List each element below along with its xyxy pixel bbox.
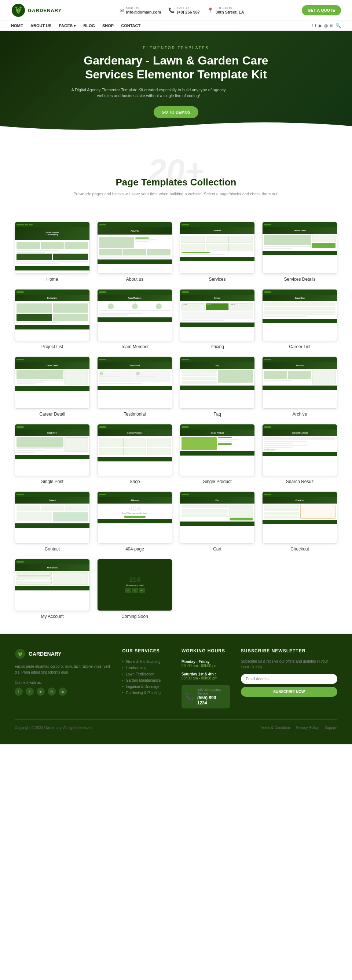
template-checkout: Checkout Checkout [262, 492, 337, 552]
footer-services-list: Stone & Hardscaping Landscaping Lawn Fer… [122, 659, 170, 696]
template-thumb-archive[interactable]: Archives [262, 356, 337, 409]
template-label-about: About us [126, 277, 143, 282]
footer-linkedin-icon[interactable]: in [59, 687, 67, 695]
template-team: Team Members [97, 289, 172, 349]
svg-rect-3 [20, 652, 21, 656]
footer-support-link[interactable]: Support [325, 725, 337, 730]
nav-pages[interactable]: PAGES ▾ [59, 24, 76, 28]
footer-connect-label: Connect with us: [15, 681, 111, 685]
subscribe-button[interactable]: SUBSCRIBE NOW [241, 687, 337, 697]
template-label-cart: Cart [213, 546, 221, 552]
template-thumb-testimonial[interactable]: Testimonial [97, 356, 172, 409]
emergency-icon: 📞 [185, 692, 194, 701]
search-icon[interactable]: 🔍 [336, 23, 341, 28]
demo-button[interactable]: GO TO DEMOS [154, 106, 199, 118]
template-thumb-single-product[interactable]: Single Product [180, 424, 255, 476]
template-thumb-career-detail[interactable]: Career Detail [15, 356, 90, 409]
template-thumb-about[interactable]: About Us [97, 222, 172, 274]
footer-emergency-box: 📞 24/7 Emergency Service (555) 890 1234 [182, 685, 230, 708]
template-label-project-list: Project List [41, 344, 63, 349]
footer-services-title: OUR SERVICES [122, 648, 170, 654]
template-career-detail: Career Detail Career Detail [15, 356, 90, 417]
footer-working-title: WORKING HOURS [182, 648, 230, 654]
footer-subscribe-title: SUBSCRIBE NEWSLETTER [241, 648, 337, 654]
location-contact: 📍 LOCATION 30th Street, LA [207, 6, 244, 14]
footer-twitter-icon[interactable]: t [25, 687, 34, 695]
template-thumb-coming-soon[interactable]: 214 We are coming soon ! 25 18 46 [97, 559, 172, 611]
template-cart: Cart Cart [180, 492, 255, 552]
footer-bottom: Copyright © 2023 Gardenary. All rights r… [15, 719, 337, 730]
template-single-post: Single Post Single Post [15, 424, 90, 484]
template-label-shop: Shop [129, 479, 140, 484]
location-icon: 📍 [207, 7, 213, 13]
facebook-icon[interactable]: f [312, 23, 313, 28]
template-thumb-single-post[interactable]: Single Post [15, 424, 90, 476]
template-thumb-faq[interactable]: Faq [180, 356, 255, 409]
nav-home[interactable]: HOME [11, 24, 23, 28]
template-thumb-my-account[interactable]: My Account [15, 559, 90, 611]
footer-terms-link[interactable]: Terms & Condition [260, 725, 290, 730]
template-label-coming-soon: Coming Soon [121, 614, 148, 619]
template-label-my-account: My Account [41, 614, 64, 619]
template-thumb-contact[interactable]: Contact [15, 492, 90, 544]
footer-logo-text: GARDENARY [29, 651, 62, 657]
youtube-icon[interactable]: ▶ [319, 23, 322, 28]
template-thumb-pricing[interactable]: Pricing $12.50 $20.48 $35.49 [180, 289, 255, 341]
footer-links: Terms & Condition Privacy Policy Support [260, 725, 337, 730]
section-description: Pre-made pages and blocks will save your… [15, 192, 337, 196]
template-thumb-career-list[interactable]: Career List [262, 289, 337, 341]
nav-shop[interactable]: SHOP [102, 24, 114, 28]
template-testimonial: Testimonial [97, 356, 172, 417]
footer-service-6: Gardening & Planting [122, 690, 170, 696]
mail-icon: ✉ [119, 7, 124, 13]
template-faq: Faq Faq [180, 356, 255, 417]
get-quote-button[interactable]: GET A QUOTE [302, 5, 341, 15]
phone-icon: 📞 [168, 7, 175, 13]
nav-contact[interactable]: CONTACT [121, 24, 140, 28]
template-thumb-services-detail[interactable]: Service Detail [262, 222, 337, 274]
logo-text: GARDENARY [28, 8, 62, 13]
template-services: Services Services [180, 222, 255, 282]
instagram-icon[interactable]: ◎ [324, 23, 328, 28]
hero-description: A Digital Agency Elementor Template Kit … [66, 87, 231, 99]
footer-service-3: Lawn Fertilization [122, 671, 170, 677]
template-label-career-list: Career List [289, 344, 311, 349]
template-thumb-cart[interactable]: Cart [180, 492, 255, 544]
template-thumb-checkout[interactable]: Checkout [262, 492, 337, 544]
template-thumb-team[interactable]: Team Members [97, 289, 172, 341]
nav-about[interactable]: ABOUT US [30, 24, 51, 28]
hero-content: ELEMENTOR TEMPLATES Gardenary - Lawn & G… [66, 46, 286, 118]
template-label-services-detail: Services Details [284, 277, 315, 282]
footer-top: GARDENARY Facilis pede eluamod corporo, … [15, 648, 337, 708]
template-grid: Gardening AndLandscaping Home About Us [0, 222, 352, 634]
newsletter-email-input[interactable] [241, 674, 337, 684]
template-404: 404-page 404 Oops! That page can't be fo… [97, 492, 172, 552]
logo[interactable]: GARDENARY [11, 3, 62, 18]
footer-facebook-icon[interactable]: f [15, 687, 23, 695]
template-thumb-home[interactable]: Gardening AndLandscaping [15, 222, 90, 274]
footer-privacy-link[interactable]: Privacy Policy [296, 725, 319, 730]
template-thumb-services[interactable]: Services [180, 222, 255, 274]
nav-links: HOME ABOUT US PAGES ▾ BLOG SHOP CONTACT [11, 24, 140, 28]
template-career-list: Career List Career List [262, 289, 337, 349]
footer-youtube-icon[interactable]: ▶ [37, 687, 45, 695]
template-thumb-search-result[interactable]: Search Results for Search Again ? [262, 424, 337, 476]
template-thumb-shop[interactable]: Archive Products [97, 424, 172, 476]
svg-rect-1 [18, 8, 19, 13]
template-thumb-project-list[interactable]: Project List [15, 289, 90, 341]
footer-instagram-icon[interactable]: ◎ [48, 687, 56, 695]
footer-subscribe-desc: Subscribe us & receive our offers and up… [241, 659, 337, 670]
nav-blog[interactable]: BLOG [83, 24, 95, 28]
footer-service-2: Landscaping [122, 665, 170, 671]
hero-title: Gardenary - Lawn & Garden Care Services … [66, 54, 286, 82]
navbar: HOME ABOUT US PAGES ▾ BLOG SHOP CONTACT … [0, 21, 352, 31]
template-label-career-detail: Career Detail [39, 412, 65, 417]
twitter-icon[interactable]: t [315, 23, 316, 28]
footer-emergency-phone: (555) 890 1234 [197, 695, 227, 705]
linkedin-icon[interactable]: in [330, 23, 333, 28]
mail-contact: ✉ MAIL US info@domain.com [119, 6, 161, 14]
template-thumb-404[interactable]: 404-page 404 Oops! That page can't be fo… [97, 492, 172, 544]
template-label-single-product: Single Product [203, 479, 231, 484]
footer-copyright: Copyright © 2023 Gardenary. All rights r… [15, 725, 94, 730]
footer-about-col: GARDENARY Facilis pede eluamod corporo, … [15, 648, 111, 708]
